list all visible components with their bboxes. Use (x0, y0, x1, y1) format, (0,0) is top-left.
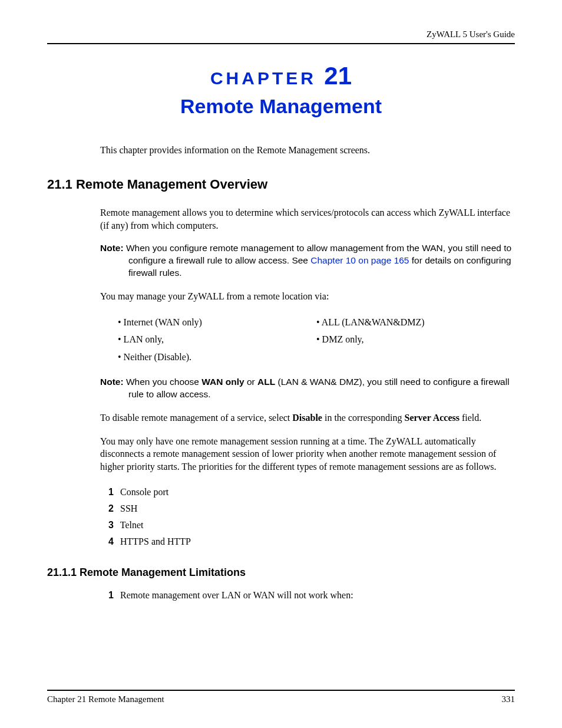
bullet-item: Neither (Disable). (118, 348, 316, 366)
para-text: field. (459, 413, 481, 423)
bullet-item: Internet (WAN only) (118, 314, 316, 331)
list-item: 3 Telnet (108, 517, 515, 533)
section-heading-21-1: 21.1 Remote Management Overview (47, 177, 515, 192)
note-text: or (244, 377, 257, 387)
footer-page-number: 331 (502, 694, 515, 704)
note-bold: WAN only (201, 377, 244, 387)
section-heading-21-1-1: 21.1.1 Remote Management Limitations (47, 566, 515, 579)
footer-left: Chapter 21 Remote Management (47, 694, 164, 704)
limitations-list: 1 Remote management over LAN or WAN will… (100, 587, 515, 604)
list-item: 2 SSH (108, 500, 515, 517)
list-text: HTTPS and HTTP (120, 536, 191, 546)
bullet-col-left: Internet (WAN only) LAN only, Neither (D… (118, 314, 316, 366)
list-item: 1 Console port (108, 484, 515, 500)
priority-list: 1 Console port 2 SSH 3 Telnet 4 HTTPS an… (100, 484, 515, 550)
note-2: Note: When you choose WAN only or ALL (L… (100, 376, 515, 401)
paragraph: Remote management allows you to determin… (100, 206, 515, 232)
intro-paragraph: This chapter provides information on the… (100, 145, 515, 156)
list-text: SSH (120, 503, 137, 513)
para-bold: Server Access (405, 413, 459, 423)
note-text: When you choose (124, 377, 202, 387)
bullet-item: LAN only, (118, 331, 316, 348)
note-bold: ALL (257, 377, 275, 387)
note-label: Note: (100, 377, 124, 387)
bullet-item: DMZ only, (316, 331, 515, 348)
list-text: Console port (120, 487, 168, 497)
note-1: Note: When you configure remote manageme… (100, 242, 515, 279)
chapter-label-text: CHAPTER (210, 68, 316, 88)
list-item: 1 Remote management over LAN or WAN will… (108, 587, 515, 604)
chapter-title: Remote Management (47, 95, 515, 118)
list-text: Telnet (120, 520, 144, 530)
chapter-number: 21 (324, 62, 352, 90)
note-label: Note: (100, 243, 124, 253)
list-num: 1 (108, 587, 118, 604)
chapter-label: CHAPTER 21 (47, 62, 515, 90)
page-header: ZyWALL 5 User's Guide (47, 29, 515, 44)
bullet-item: ALL (LAN&WAN&DMZ) (316, 314, 515, 331)
para-text: in the corresponding (322, 413, 405, 423)
list-text: Remote management over LAN or WAN will n… (120, 590, 353, 600)
page-footer: Chapter 21 Remote Management 331 (47, 690, 515, 704)
paragraph: You may manage your ZyWALL from a remote… (100, 290, 515, 303)
paragraph: You may only have one remote management … (100, 435, 515, 473)
para-bold: Disable (292, 413, 322, 423)
bullet-col-right: ALL (LAN&WAN&DMZ) DMZ only, (316, 314, 515, 366)
bullet-columns: Internet (WAN only) LAN only, Neither (D… (100, 314, 515, 366)
cross-ref-link[interactable]: Chapter 10 on page 165 (310, 255, 409, 265)
para-text: To disable remote management of a servic… (100, 413, 292, 423)
list-item: 4 HTTPS and HTTP (108, 533, 515, 550)
paragraph: To disable remote management of a servic… (100, 411, 515, 424)
